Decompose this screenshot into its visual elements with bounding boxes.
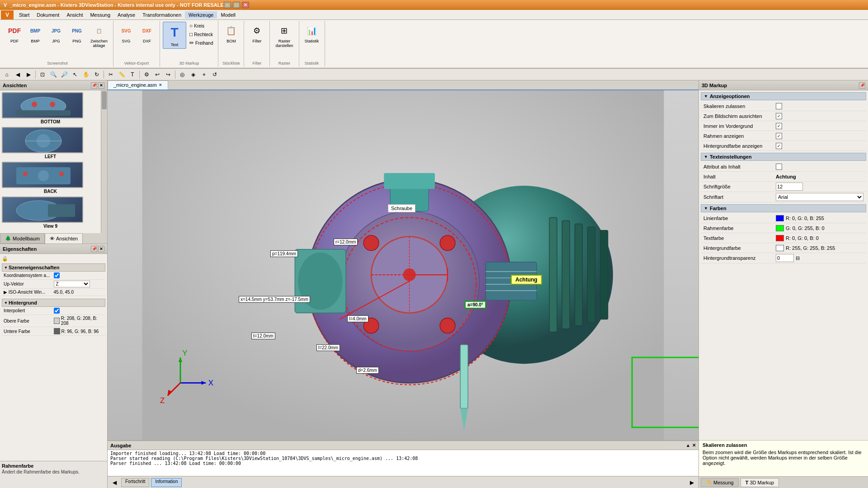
bildschirm-checkbox[interactable]: ✓	[776, 113, 782, 119]
szene-header[interactable]: ▼ Szeneneigenschaften	[2, 263, 105, 272]
toolbar-extra1[interactable]: ◎	[177, 70, 187, 80]
vordergrund-checkbox[interactable]: ✓	[776, 123, 782, 129]
tab-modellbaum[interactable]: 🌲 Modellbaum	[0, 233, 45, 244]
toolbar-settings[interactable]: ⚙	[142, 70, 151, 80]
rp-tab-3dmarkup[interactable]: T 3D Markup	[741, 478, 779, 487]
rp-tab-messung[interactable]: 📏 Messung	[701, 478, 739, 487]
upvektor-select[interactable]: Z	[54, 281, 90, 287]
toolbar-forward[interactable]: ▶	[24, 70, 33, 80]
menu-transformationen[interactable]: Transformationen	[139, 11, 185, 19]
ribbon-btn-statistik[interactable]: 📊 Statistik	[302, 22, 322, 45]
hinttransparenz-input[interactable]	[776, 254, 794, 262]
viewport-tab[interactable]: _micro_engine.asm ✕	[108, 80, 168, 89]
attribut-checkbox[interactable]	[776, 164, 782, 170]
annotation-d26[interactable]: d=2.6mm	[356, 367, 379, 374]
ribbon-btn-filter[interactable]: ⚙ Filter	[247, 22, 267, 45]
toolbar-markup[interactable]: T	[127, 70, 137, 80]
ribbon-btn-text[interactable]: T Text	[163, 22, 186, 49]
toolbar-pan[interactable]: ✋	[81, 70, 91, 80]
ribbon-btn-freihand[interactable]: ✏ Freihand	[187, 39, 215, 47]
toolbar-select[interactable]: ↖	[70, 70, 80, 80]
view-item-bottom[interactable]: BOTTOM	[2, 92, 99, 124]
rahmen-checkbox[interactable]: ✓	[776, 133, 782, 139]
toolbar-home[interactable]: ⌂	[2, 70, 12, 80]
toolbar-zoom-in[interactable]: 🔍	[48, 70, 58, 80]
output-scroll-up[interactable]: ▲	[686, 443, 690, 448]
ribbon-btn-rechteck[interactable]: □ Rechteck	[187, 30, 215, 38]
fortschritt-btn[interactable]: Fortschritt	[121, 478, 149, 487]
annotation-x14[interactable]: x=14.5mm y=53.7mm z=-17.5mm	[239, 296, 310, 303]
ribbon-btn-bmp[interactable]: BMP BMP	[25, 22, 45, 45]
annotation-l4[interactable]: l=4.0mm	[347, 315, 368, 322]
tab-ansichten[interactable]: 👁 Ansichten	[45, 233, 83, 244]
toolbar-refresh[interactable]: ↺	[210, 70, 220, 80]
toolbar-zoom-fit[interactable]: ⊡	[38, 70, 47, 80]
annotation-schraube[interactable]: Schraube	[388, 204, 415, 212]
skalieren-checkbox[interactable]	[776, 103, 782, 109]
status-nav-right[interactable]: ▶	[687, 478, 697, 488]
annotation-r12[interactable]: r=12.0mm	[334, 239, 358, 245]
ribbon-btn-raster[interactable]: ⊞ Rasterdarstellen	[273, 22, 296, 50]
annotation-l22[interactable]: l=22.0mm	[316, 344, 340, 351]
close-button[interactable]: ✕	[242, 2, 249, 8]
ribbon-btn-bom[interactable]: 📋 BOM	[221, 22, 241, 45]
view-thumbnail-left[interactable]	[2, 127, 83, 153]
annotation-t12[interactable]: t=12.0mm	[251, 333, 275, 339]
ribbon-btn-dxf[interactable]: DXF DXF	[137, 22, 157, 45]
menu-start[interactable]: Start	[15, 11, 33, 19]
minimize-button[interactable]: −	[224, 2, 231, 8]
menu-dokument[interactable]: Dokument	[33, 11, 63, 19]
viewport[interactable]: X Y Z Schraube r=12.0mm p=119.4mm	[108, 90, 698, 440]
menu-ansicht[interactable]: Ansicht	[63, 11, 86, 19]
ansichten-close-btn[interactable]: ✕	[98, 82, 104, 89]
toolbar-back[interactable]: ◀	[13, 70, 23, 80]
menu-messung[interactable]: Messung	[86, 11, 114, 19]
toolbar-cut[interactable]: ✂	[106, 70, 116, 80]
ribbon-btn-png[interactable]: PNG PNG	[67, 22, 87, 45]
farben-header[interactable]: ▼ Farben	[701, 204, 866, 212]
eigen-pin-btn[interactable]: 📌	[91, 246, 97, 252]
interpoliert-checkbox[interactable]	[54, 308, 60, 314]
obere-farbe-swatch[interactable]	[54, 318, 60, 324]
toolbar-zoom-out[interactable]: 🔎	[59, 70, 69, 80]
ansichten-pin-btn[interactable]: 📌	[91, 82, 97, 89]
viewport-tab-close[interactable]: ✕	[159, 83, 162, 87]
information-btn[interactable]: Information	[151, 478, 182, 487]
toolbar-undo[interactable]: ↩	[152, 70, 162, 80]
annotation-p119[interactable]: p=119.4mm	[270, 250, 298, 257]
linienfarbe-swatch[interactable]	[776, 215, 784, 221]
koordinaten-checkbox[interactable]	[54, 272, 60, 278]
eigen-close-btn[interactable]: ✕	[98, 246, 104, 252]
schriftart-select[interactable]: Arial	[776, 193, 863, 201]
hintfarbe-swatch[interactable]	[776, 245, 784, 251]
anzeigeoptionen-header[interactable]: ▼ Anzeigeoptionen	[701, 92, 866, 100]
toolbar-extra2[interactable]: ◈	[188, 70, 198, 80]
rahmenfarbe-swatch[interactable]	[776, 225, 784, 231]
status-nav-left[interactable]: ◀	[109, 478, 119, 488]
ribbon-btn-kreis[interactable]: ○ Kreis	[187, 22, 215, 30]
menu-werkzeuge[interactable]: Werkzeuge	[185, 11, 217, 19]
views-scrollbar[interactable]	[101, 90, 107, 233]
ribbon-btn-svg[interactable]: SVG SVG	[116, 22, 136, 45]
view-thumbnail-back[interactable]	[2, 162, 83, 188]
view-item-back[interactable]: BACK	[2, 162, 99, 194]
toolbar-redo[interactable]: ↪	[163, 70, 173, 80]
ribbon-btn-zwischen[interactable]: 📋 Zwischenablage	[88, 22, 110, 50]
annotation-achtung[interactable]: Achtung	[511, 275, 542, 285]
hintergrundfarbe-checkbox[interactable]: ✓	[776, 143, 782, 149]
menu-analyse[interactable]: Analyse	[114, 11, 139, 19]
toolbar-measure[interactable]: 📏	[117, 70, 127, 80]
ribbon-btn-jpg[interactable]: JPG JPG	[46, 22, 66, 45]
ribbon-btn-pdf[interactable]: PDF PDF	[5, 22, 24, 45]
textfarbe-swatch[interactable]	[776, 235, 784, 241]
texteinstellungen-header[interactable]: ▼ Texteinstellungen	[701, 153, 866, 161]
output-close[interactable]: ✕	[692, 443, 696, 448]
view-thumbnail-bottom[interactable]	[2, 92, 83, 118]
toolbar-rotate[interactable]: ↻	[92, 70, 102, 80]
hintergrund-header[interactable]: ▼ Hintergrund	[2, 299, 105, 307]
untere-farbe-swatch[interactable]	[54, 328, 60, 334]
menu-modell[interactable]: Modell	[217, 11, 239, 19]
maximize-button[interactable]: □	[233, 2, 240, 8]
right-panel-pin[interactable]: 📌	[859, 82, 865, 89]
view-item-9[interactable]: View 9	[2, 197, 99, 229]
